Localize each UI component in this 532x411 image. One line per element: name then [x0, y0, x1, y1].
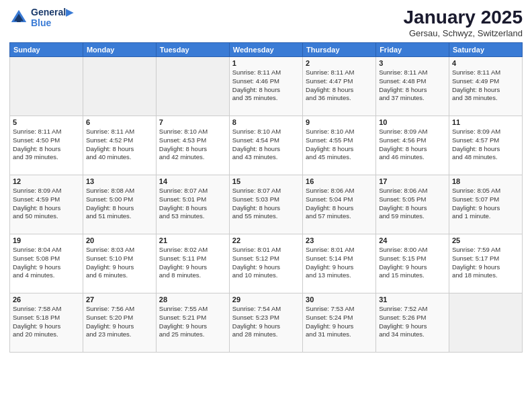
day-number: 26: [13, 295, 80, 304]
day-cell: [83, 57, 156, 116]
day-cell: 31Sunrise: 7:52 AMSunset: 5:26 PMDayligh…: [376, 293, 449, 353]
day-number: 22: [232, 236, 300, 244]
header: General▶ Blue January 2025 Gersau, Schwy…: [9, 7, 523, 38]
day-number: 11: [452, 118, 519, 126]
day-number: 25: [452, 236, 519, 244]
day-info: Sunrise: 8:10 AMSunset: 4:54 PMDaylight:…: [232, 128, 300, 162]
day-cell: 9Sunrise: 8:10 AMSunset: 4:55 PMDaylight…: [303, 116, 376, 175]
week-row-3: 12Sunrise: 8:09 AMSunset: 4:59 PMDayligh…: [10, 175, 523, 234]
day-info: Sunrise: 8:00 AMSunset: 5:15 PMDaylight:…: [379, 246, 446, 280]
day-cell: [10, 57, 83, 116]
day-number: 12: [13, 177, 80, 185]
day-info: Sunrise: 7:55 AMSunset: 5:21 PMDaylight:…: [159, 305, 226, 339]
day-info: Sunrise: 8:11 AMSunset: 4:52 PMDaylight:…: [86, 128, 153, 162]
day-info: Sunrise: 8:11 AMSunset: 4:48 PMDaylight:…: [379, 68, 446, 103]
day-cell: 28Sunrise: 7:55 AMSunset: 5:21 PMDayligh…: [156, 293, 229, 353]
weekday-header-sunday: Sunday: [10, 43, 83, 57]
day-info: Sunrise: 8:09 AMSunset: 4:56 PMDaylight:…: [379, 128, 446, 162]
day-cell: 25Sunrise: 7:59 AMSunset: 5:17 PMDayligh…: [449, 234, 522, 293]
day-info: Sunrise: 8:04 AMSunset: 5:08 PMDaylight:…: [13, 246, 80, 280]
day-number: 18: [452, 177, 519, 185]
day-number: 2: [306, 59, 373, 67]
day-cell: 4Sunrise: 8:11 AMSunset: 4:49 PMDaylight…: [449, 57, 522, 116]
day-cell: 1Sunrise: 8:11 AMSunset: 4:46 PMDaylight…: [229, 57, 302, 116]
location: Gersau, Schwyz, Switzerland: [404, 28, 523, 38]
day-info: Sunrise: 8:11 AMSunset: 4:50 PMDaylight:…: [13, 128, 80, 162]
weekday-header-monday: Monday: [83, 43, 156, 57]
day-cell: 7Sunrise: 8:10 AMSunset: 4:53 PMDaylight…: [156, 116, 229, 175]
day-info: Sunrise: 7:58 AMSunset: 5:18 PMDaylight:…: [13, 305, 80, 339]
day-number: 14: [159, 177, 226, 185]
day-number: 29: [232, 295, 300, 304]
day-info: Sunrise: 8:01 AMSunset: 5:12 PMDaylight:…: [232, 246, 300, 280]
day-info: Sunrise: 8:11 AMSunset: 4:49 PMDaylight:…: [452, 68, 519, 103]
day-number: 28: [159, 295, 226, 304]
day-number: 30: [306, 295, 373, 304]
logo-icon: [9, 8, 28, 27]
day-info: Sunrise: 8:11 AMSunset: 4:46 PMDaylight:…: [232, 68, 300, 103]
week-row-1: 1Sunrise: 8:11 AMSunset: 4:46 PMDaylight…: [10, 57, 523, 116]
day-number: 15: [232, 177, 300, 185]
day-info: Sunrise: 8:11 AMSunset: 4:47 PMDaylight:…: [306, 68, 373, 103]
day-cell: 26Sunrise: 7:58 AMSunset: 5:18 PMDayligh…: [10, 293, 83, 353]
day-info: Sunrise: 8:07 AMSunset: 5:03 PMDaylight:…: [232, 187, 300, 221]
day-info: Sunrise: 7:59 AMSunset: 5:17 PMDaylight:…: [452, 246, 519, 280]
calendar-table: SundayMondayTuesdayWednesdayThursdayFrid…: [9, 42, 523, 353]
day-number: 10: [379, 118, 446, 126]
day-cell: 17Sunrise: 8:06 AMSunset: 5:05 PMDayligh…: [376, 175, 449, 234]
day-number: 3: [379, 59, 446, 67]
day-cell: 16Sunrise: 8:06 AMSunset: 5:04 PMDayligh…: [303, 175, 376, 234]
day-number: 1: [232, 59, 300, 67]
day-number: 16: [306, 177, 373, 185]
day-cell: 27Sunrise: 7:56 AMSunset: 5:20 PMDayligh…: [83, 293, 156, 353]
calendar-page: General▶ Blue January 2025 Gersau, Schwy…: [0, 0, 532, 411]
day-cell: 10Sunrise: 8:09 AMSunset: 4:56 PMDayligh…: [376, 116, 449, 175]
day-cell: 23Sunrise: 8:01 AMSunset: 5:14 PMDayligh…: [303, 234, 376, 293]
day-number: 17: [379, 177, 446, 185]
month-title: January 2025: [404, 7, 523, 28]
day-number: 23: [306, 236, 373, 244]
day-cell: 11Sunrise: 8:09 AMSunset: 4:57 PMDayligh…: [449, 116, 522, 175]
week-row-5: 26Sunrise: 7:58 AMSunset: 5:18 PMDayligh…: [10, 293, 523, 353]
title-block: January 2025 Gersau, Schwyz, Switzerland: [404, 7, 523, 38]
day-number: 6: [86, 118, 153, 126]
day-cell: [449, 293, 522, 353]
day-cell: 5Sunrise: 8:11 AMSunset: 4:50 PMDaylight…: [10, 116, 83, 175]
day-info: Sunrise: 8:02 AMSunset: 5:11 PMDaylight:…: [159, 246, 226, 280]
weekday-header-tuesday: Tuesday: [156, 43, 229, 57]
day-info: Sunrise: 8:09 AMSunset: 4:57 PMDaylight:…: [452, 128, 519, 162]
day-cell: 8Sunrise: 8:10 AMSunset: 4:54 PMDaylight…: [229, 116, 302, 175]
day-info: Sunrise: 8:01 AMSunset: 5:14 PMDaylight:…: [306, 246, 373, 280]
day-info: Sunrise: 8:06 AMSunset: 5:05 PMDaylight:…: [379, 187, 446, 221]
day-number: 13: [86, 177, 153, 185]
weekday-header-row: SundayMondayTuesdayWednesdayThursdayFrid…: [10, 43, 523, 57]
day-number: 20: [86, 236, 153, 244]
day-cell: 30Sunrise: 7:53 AMSunset: 5:24 PMDayligh…: [303, 293, 376, 353]
weekday-header-thursday: Thursday: [303, 43, 376, 57]
day-cell: 19Sunrise: 8:04 AMSunset: 5:08 PMDayligh…: [10, 234, 83, 293]
day-info: Sunrise: 8:06 AMSunset: 5:04 PMDaylight:…: [306, 187, 373, 221]
day-info: Sunrise: 8:10 AMSunset: 4:53 PMDaylight:…: [159, 128, 226, 162]
day-cell: 14Sunrise: 8:07 AMSunset: 5:01 PMDayligh…: [156, 175, 229, 234]
day-cell: 12Sunrise: 8:09 AMSunset: 4:59 PMDayligh…: [10, 175, 83, 234]
day-info: Sunrise: 7:52 AMSunset: 5:26 PMDaylight:…: [379, 305, 446, 339]
week-row-4: 19Sunrise: 8:04 AMSunset: 5:08 PMDayligh…: [10, 234, 523, 293]
weekday-header-friday: Friday: [376, 43, 449, 57]
day-cell: 15Sunrise: 8:07 AMSunset: 5:03 PMDayligh…: [229, 175, 302, 234]
day-number: 24: [379, 236, 446, 244]
day-cell: 3Sunrise: 8:11 AMSunset: 4:48 PMDaylight…: [376, 57, 449, 116]
day-cell: 18Sunrise: 8:05 AMSunset: 5:07 PMDayligh…: [449, 175, 522, 234]
day-info: Sunrise: 8:05 AMSunset: 5:07 PMDaylight:…: [452, 187, 519, 221]
weekday-header-saturday: Saturday: [449, 43, 522, 57]
day-number: 19: [13, 236, 80, 244]
day-info: Sunrise: 8:07 AMSunset: 5:01 PMDaylight:…: [159, 187, 226, 221]
day-info: Sunrise: 8:09 AMSunset: 4:59 PMDaylight:…: [13, 187, 80, 221]
svg-rect-2: [17, 18, 21, 22]
logo-text: General▶ Blue: [31, 7, 73, 28]
day-info: Sunrise: 7:56 AMSunset: 5:20 PMDaylight:…: [86, 305, 153, 339]
day-cell: 24Sunrise: 8:00 AMSunset: 5:15 PMDayligh…: [376, 234, 449, 293]
weekday-header-wednesday: Wednesday: [229, 43, 302, 57]
day-cell: 2Sunrise: 8:11 AMSunset: 4:47 PMDaylight…: [303, 57, 376, 116]
day-info: Sunrise: 7:54 AMSunset: 5:23 PMDaylight:…: [232, 305, 300, 339]
day-cell: 29Sunrise: 7:54 AMSunset: 5:23 PMDayligh…: [229, 293, 302, 353]
